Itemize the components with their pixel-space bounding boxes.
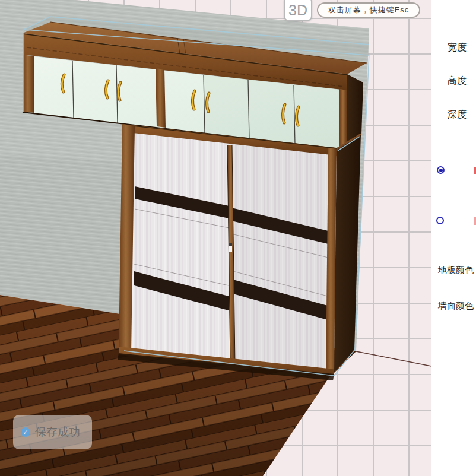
upper-cabinet-left-stile	[23, 55, 34, 113]
properties-panel: 宽度 高度 深度 地板颜色 墙面颜色	[431, 0, 476, 476]
view-mode-label: 3D	[288, 2, 307, 19]
scene-render	[0, 0, 431, 476]
width-field-label: 宽度	[448, 42, 467, 54]
save-toast: ✓ 保存成功	[13, 415, 92, 449]
wardrobe-door-handle	[229, 243, 232, 246]
hint-tooltip: 双击屏幕，快捷键Esc	[317, 2, 420, 18]
option-radio-unselected[interactable]	[436, 217, 444, 224]
view-mode-badge[interactable]: 3D	[284, 0, 312, 21]
depth-field-label: 深度	[448, 109, 467, 121]
floor-color-label: 地板颜色	[438, 265, 474, 276]
app-window: 3D 双击屏幕，快捷键Esc ✓ 保存成功 宽度 高度 深度 地板颜色 墙面颜色	[0, 0, 476, 476]
wall-color-label: 墙面颜色	[438, 300, 474, 312]
option-radio-selected[interactable]	[437, 166, 445, 174]
toast-message: 保存成功	[35, 424, 80, 440]
3d-canvas[interactable]: 3D 双击屏幕，快捷键Esc ✓ 保存成功	[0, 0, 431, 476]
height-field-label: 高度	[448, 75, 467, 87]
hint-text: 双击屏幕，快捷键Esc	[328, 5, 410, 15]
check-circle-icon: ✓	[21, 427, 30, 437]
upper-cabinet-right-stile	[339, 89, 347, 150]
upper-cabinet-mullion	[156, 68, 166, 128]
panel-divider	[431, 2, 476, 2]
